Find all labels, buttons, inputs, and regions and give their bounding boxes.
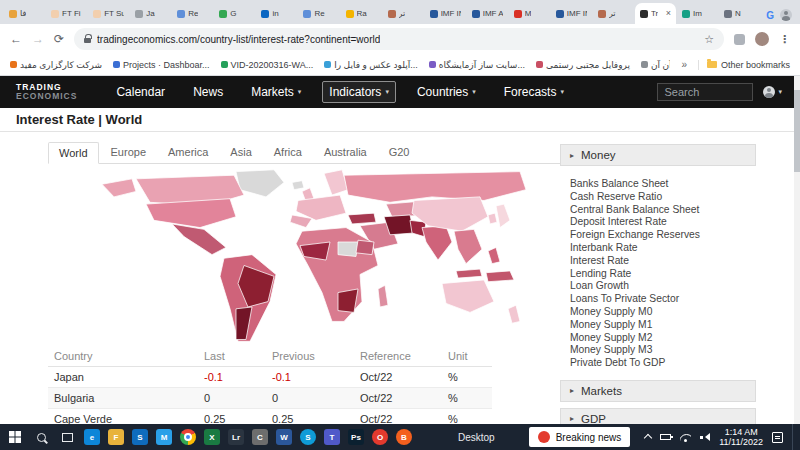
address-bar[interactable]: tradingeconomics.com/country-list/intere… (74, 28, 724, 50)
bookmark-item[interactable]: VID-20200316-WA... (221, 60, 314, 70)
browser-tab[interactable]: تر (593, 3, 634, 24)
wifi-icon[interactable] (680, 433, 691, 442)
bookmark-item[interactable]: پروفایل مجتبی رستمی (536, 60, 630, 70)
site-logo[interactable]: TRADING ECONOMICS (16, 83, 77, 101)
column-header[interactable]: Last (198, 346, 266, 367)
browser-tab[interactable]: Re (172, 3, 213, 24)
browser-tab[interactable]: تر (383, 3, 424, 24)
taskbar-app-button[interactable]: M (152, 424, 176, 450)
tab-close-icon[interactable]: × (666, 9, 671, 18)
nav-item[interactable]: Countries ▾ (410, 81, 483, 103)
taskbar-app-button[interactable]: F (104, 424, 128, 450)
browser-tab[interactable]: IMF IN (551, 3, 592, 24)
map-region-madagascar[interactable] (378, 285, 388, 307)
start-button[interactable] (2, 424, 28, 450)
map-region-libya[interactable] (338, 242, 358, 256)
sidebar-link[interactable]: Money Supply M0 (570, 306, 756, 319)
sidebar-link[interactable]: Money Supply M1 (570, 319, 756, 332)
column-header[interactable]: Unit (442, 346, 492, 367)
nav-item[interactable]: Indicators ▾ (322, 81, 396, 103)
scrollbar-thumb[interactable] (794, 90, 800, 172)
browser-tab[interactable]: Tr × (635, 3, 676, 24)
task-view-button[interactable] (54, 424, 80, 450)
sidebar-section-markets[interactable]: ▸ Markets (560, 380, 756, 402)
map-region-indochina[interactable] (454, 229, 482, 263)
map-region-indonesia-east[interactable] (486, 271, 514, 282)
table-row[interactable]: Japan -0.1 -0.1 Oct/22 % (48, 367, 492, 388)
sidebar-link[interactable]: Loans To Private Sector (570, 293, 756, 306)
map-region-india[interactable] (422, 226, 452, 260)
map-region-usa[interactable] (146, 199, 236, 228)
sidebar-section-money[interactable]: ▸ Money (560, 144, 756, 166)
nav-item[interactable]: Forecasts ▾ (497, 81, 571, 103)
taskbar-app-button[interactable]: T (320, 424, 344, 450)
map-region-turkey[interactable] (348, 213, 376, 224)
news-widget[interactable]: Breaking news (529, 427, 631, 447)
map-region-iceland[interactable] (292, 181, 304, 190)
action-center-icon[interactable] (772, 432, 783, 443)
map-region-mexico[interactable] (172, 224, 226, 255)
show-desktop-button[interactable] (792, 424, 796, 450)
sidebar-link[interactable]: Deposit Interest Rate (570, 216, 756, 229)
browser-tab[interactable]: فا (4, 3, 45, 24)
other-bookmarks-button[interactable]: Other bookmarks (698, 60, 790, 70)
table-row[interactable]: Bulgaria 0 0 Oct/22 % (48, 388, 492, 409)
back-icon[interactable]: ← (10, 33, 22, 45)
browser-tab[interactable]: FT Su (88, 3, 129, 24)
taskbar-app-button[interactable]: B (392, 424, 416, 450)
map-region-new-zealand[interactable] (508, 305, 520, 323)
column-header[interactable]: Reference (354, 346, 442, 367)
taskbar-app-button[interactable]: Ps (344, 424, 368, 450)
browser-tab[interactable]: G (214, 3, 255, 24)
bookmarks-overflow-icon[interactable]: » (681, 59, 687, 70)
taskbar-app-button[interactable]: S (296, 424, 320, 450)
taskbar-app-button[interactable]: O (368, 424, 392, 450)
taskbar-app-button[interactable]: e (80, 424, 104, 450)
bookmark-item[interactable]: آن آن (641, 60, 670, 70)
sidebar-link[interactable]: Private Debt To GDP (570, 357, 756, 370)
bookmark-item[interactable]: Projects · Dashboar... (113, 60, 210, 70)
nav-item[interactable]: Markets ▾ (244, 81, 308, 103)
taskbar-app-button[interactable]: X (200, 424, 224, 450)
continent-tab[interactable]: America (158, 142, 218, 163)
browser-profile-icon[interactable] (780, 9, 792, 21)
nav-item[interactable]: Calendar (109, 81, 172, 103)
browser-tab[interactable]: M (509, 3, 550, 24)
taskbar-app-button[interactable] (176, 424, 200, 450)
reload-icon[interactable]: ⟳ (54, 33, 64, 45)
nav-item[interactable]: News (186, 81, 230, 103)
browser-menu-icon[interactable]: ⋮ (779, 33, 790, 46)
column-header[interactable]: Country (48, 346, 198, 367)
map-region-alaska[interactable] (102, 179, 136, 197)
sidebar-link[interactable]: Central Bank Balance Sheet (570, 204, 756, 217)
map-region-russia[interactable] (344, 172, 526, 203)
continent-tab[interactable]: G20 (379, 142, 420, 163)
browser-tab[interactable]: Ja (130, 3, 171, 24)
sidebar-link[interactable]: Loan Growth (570, 280, 756, 293)
sidebar-link[interactable]: Foreign Exchange Reserves (570, 229, 756, 242)
bookmark-item[interactable]: آپلود عکس و فایل را... (324, 60, 418, 70)
sidebar-link[interactable]: Money Supply M3 (570, 344, 756, 357)
battery-icon[interactable] (660, 434, 671, 440)
map-region-philippines[interactable] (488, 247, 500, 263)
bookmark-star-icon[interactable]: ☆ (704, 33, 714, 46)
taskbar-clock[interactable]: 1:14 AM 11/11/2022 (719, 427, 763, 447)
browser-tab[interactable]: IMF Ar (467, 3, 508, 24)
browser-tab[interactable]: Im (677, 3, 718, 24)
browser-tab[interactable]: in (256, 3, 297, 24)
continent-tab[interactable]: Asia (220, 142, 261, 163)
sidebar-section-gdp[interactable]: ▸ GDP (560, 408, 756, 424)
map-region-scandinavia[interactable] (324, 170, 348, 195)
browser-tab[interactable]: IMF IN (425, 3, 466, 24)
hidden-icons-chevron-icon[interactable] (644, 434, 652, 442)
table-row[interactable]: Cape Verde 0.25 0.25 Oct/22 % (48, 409, 492, 425)
sidebar-link[interactable]: Interest Rate (570, 255, 756, 268)
map-region-europe[interactable] (296, 195, 346, 220)
country-cell[interactable]: Cape Verde (48, 409, 198, 425)
continent-tab[interactable]: Australia (314, 142, 377, 163)
sidebar-link[interactable]: Interbank Rate (570, 242, 756, 255)
taskbar-search-button[interactable] (28, 424, 54, 450)
map-region-australia[interactable] (442, 280, 494, 312)
taskbar-app-button[interactable]: C (248, 424, 272, 450)
browser-tab[interactable]: Re (298, 3, 339, 24)
